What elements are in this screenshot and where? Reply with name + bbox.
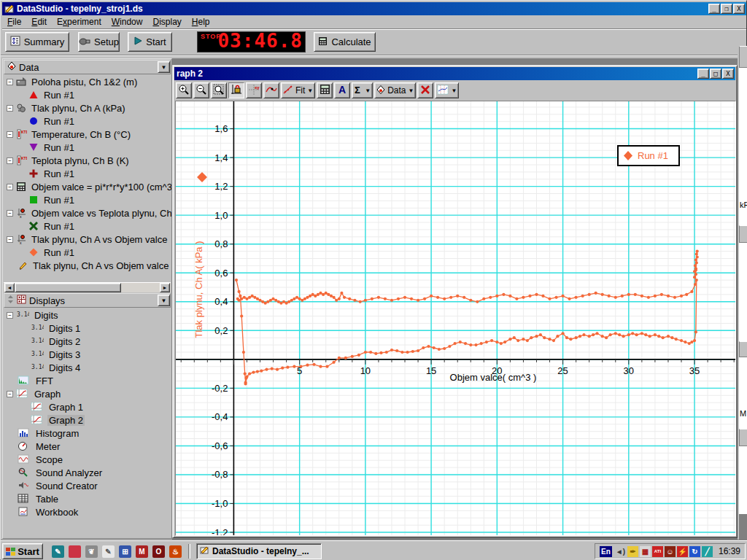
scale-to-fit-button[interactable] (228, 82, 244, 98)
expand-box[interactable]: − (7, 131, 13, 138)
menu-help[interactable]: Help (187, 15, 215, 28)
dropdown-arrow-icon[interactable]: ▼ (307, 88, 313, 94)
expand-box[interactable]: − (7, 184, 13, 190)
window-titlebar[interactable]: DataStudio - tepelny_stroj1.ds _ ❐ X (2, 2, 746, 15)
start-button[interactable]: Start (128, 32, 172, 52)
settings-button[interactable]: ▼ (435, 82, 459, 98)
graph2-close-button[interactable]: X (722, 69, 734, 79)
display-item-sound-analyzer[interactable]: Sound Analyzer (3, 466, 171, 479)
data-item[interactable]: Tlak plynu, Ch A vs Objem valce (3, 259, 171, 272)
run-item[interactable]: Run #1 (3, 114, 171, 128)
data-item[interactable]: −xObjem valce vs Teplota plynu, Ch (3, 206, 171, 219)
displays-dropdown-button[interactable]: ▼ (158, 295, 170, 306)
menu-display[interactable]: Display (147, 15, 186, 28)
menu-file[interactable]: File (2, 15, 26, 28)
data-item[interactable]: −Tlak plynu, Ch A (kPa) (3, 101, 171, 114)
scheduler-icon[interactable]: ▦ (640, 546, 651, 557)
display-item-digits-2[interactable]: 3.14Digits 2 (3, 335, 171, 348)
run-item[interactable]: Run #1 (3, 246, 171, 259)
scroll-thumb[interactable] (15, 283, 121, 292)
data-item[interactable]: −Objem valce = pi*r*r*y*100 (cm^3 (3, 180, 171, 193)
display-item-fft[interactable]: FFT (3, 374, 171, 387)
chart-plot-area[interactable]: 5101520253035-1,2-1,0-0,8-0,6-0,4-0,20,2… (175, 101, 736, 536)
keyboard-layout-indicator[interactable]: En (600, 546, 612, 557)
datastudio-icon[interactable]: ✎ (52, 545, 64, 558)
restore-button[interactable]: ❐ (721, 4, 732, 14)
data-panel-header[interactable]: Data ▼ (4, 60, 171, 74)
data-menu-button[interactable]: Data▼ (374, 82, 416, 98)
delete-button[interactable] (417, 82, 433, 98)
calculate-button[interactable] (317, 82, 333, 98)
graph2-titlebar[interactable]: raph 2 _ □ X (174, 67, 735, 80)
text-button[interactable]: A (334, 82, 350, 98)
calculator-icon[interactable]: ⊞ (119, 545, 131, 558)
run-item[interactable]: Run #1 (3, 88, 171, 101)
display-item-graph[interactable]: −Graph (3, 387, 171, 400)
display-item-sound-creator[interactable]: Sound Creator (3, 479, 171, 492)
expand-box[interactable]: − (7, 312, 13, 319)
zoom-in-button[interactable] (176, 82, 192, 98)
sync-icon[interactable]: ↻ (689, 546, 700, 557)
display-item-histogram[interactable]: Histogram (3, 427, 171, 440)
data-dropdown-button[interactable]: ▼ (158, 61, 170, 73)
expand-box[interactable]: − (7, 391, 13, 397)
start-menu-button[interactable]: Start (2, 543, 43, 559)
run-item[interactable]: Run #1 (3, 141, 171, 154)
pen-icon[interactable]: ╱ (702, 546, 713, 557)
summary-button[interactable]: Summary (5, 32, 69, 52)
expand-box[interactable]: − (7, 105, 13, 112)
expand-box[interactable]: − (7, 79, 13, 85)
setup-button[interactable]: Setup (78, 32, 120, 52)
flash-icon[interactable]: ⚡ (677, 546, 688, 557)
display-item-digits-3[interactable]: 3.14Digits 3 (3, 348, 171, 361)
calculate-button[interactable]: Calculate (314, 32, 376, 52)
xy-tool-button[interactable]: xy (246, 82, 262, 98)
run-item[interactable]: Run #1 (3, 219, 171, 233)
ati-icon[interactable]: ATI (652, 546, 663, 557)
display-item-workbook[interactable]: Workbook (3, 505, 171, 518)
data-item[interactable]: −KTDTemperature, Ch B (°C) (3, 128, 171, 141)
run-item[interactable]: Run #1 (3, 193, 171, 206)
display-item-digits[interactable]: −3.14Digits (3, 308, 171, 322)
bird-icon[interactable]: ❦ (85, 545, 98, 558)
dropdown-arrow-icon[interactable]: ▼ (451, 88, 457, 94)
volume-icon[interactable]: ◄) (615, 546, 626, 557)
fit-menu-button[interactable]: Fit▼ (281, 82, 315, 98)
zoom-select-button[interactable] (211, 82, 227, 98)
data-item[interactable]: −Poloha pistu, Ch 1&2 (m) (3, 75, 171, 88)
display-item-table[interactable]: Table (3, 492, 171, 505)
zoom-out-button[interactable] (193, 82, 209, 98)
expand-box[interactable]: − (7, 158, 13, 164)
scroll-right-arrow[interactable]: ► (160, 283, 170, 292)
menu-edit[interactable]: Edit (26, 15, 52, 28)
expand-box[interactable]: − (7, 210, 13, 217)
display-item-meter[interactable]: Meter (3, 440, 171, 453)
mozilla-icon[interactable]: M (136, 545, 148, 558)
wordpad-icon[interactable]: ✎ (102, 545, 115, 558)
run-item[interactable]: Run #1 (3, 167, 171, 180)
display-item-digits-1[interactable]: 3.14Digits 1 (3, 322, 171, 335)
data-item[interactable]: −xTlak plynu, Ch A vs Objem valce (3, 233, 171, 246)
display-item-graph-1[interactable]: Graph 1 (3, 400, 171, 413)
dropdown-arrow-icon[interactable]: ▼ (409, 88, 414, 94)
brush-icon[interactable]: ✒ (627, 546, 638, 557)
minimize-button[interactable]: _ (708, 4, 720, 14)
smart-tool-button[interactable] (263, 82, 279, 98)
dropdown-arrow-icon[interactable]: ▼ (365, 88, 371, 94)
display-item-scope[interactable]: Scope (3, 453, 171, 466)
scroll-left-arrow[interactable]: ◄ (4, 283, 15, 292)
data-horizontal-scrollbar[interactable]: ◄ ► (4, 282, 171, 292)
display-item-graph-2[interactable]: Graph 2 (3, 413, 171, 427)
task-button-datastudio[interactable]: DataStudio - tepelny_... (196, 543, 322, 559)
acrobat-icon[interactable] (69, 545, 81, 558)
graph2-minimize-button[interactable]: _ (697, 69, 709, 79)
flame-icon[interactable]: ♨ (169, 545, 182, 558)
opera-icon[interactable]: O (152, 545, 165, 558)
expand-box[interactable]: − (7, 236, 13, 243)
close-button[interactable]: X (733, 4, 745, 14)
displays-panel-header[interactable]: Displays ▼ (4, 293, 171, 308)
graph2-maximize-button[interactable]: □ (710, 69, 721, 79)
statistics-button[interactable]: Σ▼ (352, 82, 373, 98)
menu-window[interactable]: Window (107, 15, 148, 28)
display-item-digits-4[interactable]: 3.14Digits 4 (3, 361, 171, 374)
